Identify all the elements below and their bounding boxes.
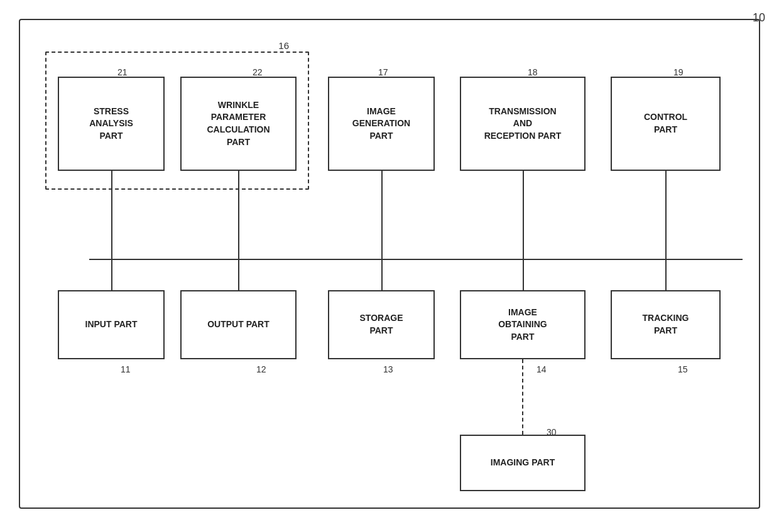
ref-17: 17	[378, 67, 388, 77]
vline-transmission	[523, 171, 524, 259]
vline-bus-output	[238, 259, 239, 290]
ref-19: 19	[673, 67, 684, 77]
vline-bus-tracking	[665, 259, 667, 290]
vline-imagegen	[381, 171, 383, 259]
storage-box: STORAGEPART	[328, 290, 435, 359]
ref-14: 14	[537, 364, 547, 374]
imaging-label: IMAGING PART	[491, 457, 555, 469]
input-label: INPUT PART	[85, 318, 138, 331]
stress-analysis-box: STRESSANALYSISPART	[58, 77, 165, 171]
output-box: OUTPUT PART	[180, 290, 297, 359]
outer-frame: 10 16 STRESSANALYSISPART 21 WRINKLEPARAM…	[19, 19, 760, 509]
vline-bus-input	[111, 259, 112, 290]
ref-22: 22	[253, 67, 263, 77]
control-label: CONTROLPART	[644, 111, 687, 136]
ref-10-label: 10	[753, 11, 765, 24]
image-gen-label: IMAGEGENERATIONPART	[352, 106, 410, 143]
stress-analysis-label: STRESSANALYSISPART	[89, 106, 133, 143]
ref-11: 11	[121, 364, 131, 374]
ref-18: 18	[528, 67, 538, 77]
ref-21: 21	[117, 67, 128, 77]
h-bus-line	[89, 259, 743, 260]
output-label: OUTPUT PART	[207, 318, 270, 331]
transmission-label: TRANSMISSIONANDRECEPTION PART	[484, 106, 562, 143]
transmission-box: TRANSMISSIONANDRECEPTION PART	[460, 77, 586, 171]
vline-bus-imageobtaining	[523, 259, 524, 290]
wrinkle-param-box: WRINKLEPARAMETERCALCULATIONPART	[180, 77, 297, 171]
ref-16-label: 16	[278, 40, 289, 51]
image-obtaining-label: IMAGEOBTAININGPART	[498, 307, 547, 344]
vline-control	[665, 171, 667, 259]
vline-wrinkle	[238, 171, 239, 259]
vline-bus-storage	[381, 259, 383, 290]
tracking-label: TRACKINGPART	[643, 312, 689, 337]
input-box: INPUT PART	[58, 290, 165, 359]
vline-dashed-imaging	[522, 359, 523, 435]
wrinkle-param-label: WRINKLEPARAMETERCALCULATIONPART	[207, 99, 270, 148]
imaging-box: IMAGING PART	[460, 435, 586, 491]
tracking-box: TRACKINGPART	[611, 290, 721, 359]
storage-label: STORAGEPART	[360, 312, 403, 337]
image-gen-box: IMAGEGENERATIONPART	[328, 77, 435, 171]
ref-30: 30	[547, 427, 557, 437]
vline-stress	[111, 171, 112, 259]
ref-15: 15	[678, 364, 688, 374]
control-box: CONTROLPART	[611, 77, 721, 171]
image-obtaining-box: IMAGEOBTAININGPART	[460, 290, 586, 359]
ref-13: 13	[383, 364, 393, 374]
ref-12: 12	[256, 364, 266, 374]
